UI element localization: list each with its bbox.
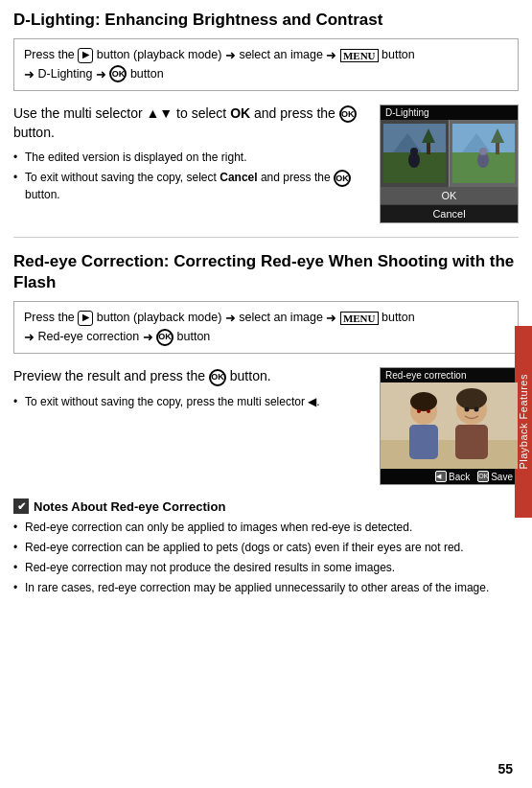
redeye-main-instruction: Preview the result and press the OK butt… [13,367,370,386]
svg-point-13 [479,148,487,155]
ok-btn-icon: OK [109,65,127,82]
redeye-back-btn: ◀ Back [435,471,470,482]
dlighting-title: D-Lighting: Enhancing Brightness and Con… [13,10,519,31]
svg-point-19 [410,392,437,411]
after-image-svg [452,124,515,183]
instr-prefix: Press the [24,48,75,61]
dlighting-bullet-2: To exit without saving the copy, select … [13,170,370,203]
svg-rect-3 [427,141,430,154]
redeye-playback-btn-icon: ▶ [78,311,93,326]
notes-section: ✔ Notes About Red-eye Correction Red-eye… [13,498,519,595]
redeye-ui-header: Red-eye correction [381,368,518,382]
section-divider [13,237,519,238]
dlighting-text-area: Use the multi selector ▲▼ to select OK a… [13,104,370,223]
dlighting-ui-header: D-Lighting [381,105,518,120]
redeye-image-svg [381,382,518,469]
notes-bullet-4: In rare cases, red-eye correction may be… [13,580,519,596]
arrow3: ➜ [24,67,35,81]
playback-btn-icon: ▶ [78,48,93,63]
svg-point-21 [427,409,430,413]
redeye-save-btn: OK Save [477,471,513,482]
svg-point-6 [410,148,418,155]
svg-point-26 [474,407,479,412]
redeye-instr-playback-label: button (playback mode) [97,311,225,324]
svg-rect-15 [381,382,518,440]
side-tab-label: Playback Features [518,374,529,470]
menu-label: MENU [340,49,379,62]
redeye-instr-menu-suffix: button [382,311,415,324]
notes-bullet-3: Red-eye correction may not produce the d… [13,560,519,576]
svg-rect-10 [496,141,499,154]
dlighting-content-row: Use the multi selector ▲▼ to select OK a… [13,104,519,223]
dlighting-cancel-btn: Cancel [381,205,518,222]
redeye-instr-select-image: select an image [239,311,323,324]
redeye-arrow3: ➜ [24,330,35,344]
back-btn-icon: ◀ [435,471,447,482]
instr-select-image: select an image [239,48,323,61]
ok-inline-icon: OK [339,105,357,123]
dlighting-bullets: The edited version is displayed on the r… [13,150,370,203]
page-number: 55 [497,761,513,776]
arrow4: ➜ [96,67,106,81]
redeye-instruction-box: Press the ▶ button (playback mode) ➜ sel… [13,301,519,354]
redeye-arrow1: ➜ [225,311,236,325]
svg-point-25 [465,407,470,412]
svg-rect-16 [381,440,518,469]
redeye-bullet-1: To exit without saving the copy, press t… [13,394,370,410]
svg-rect-18 [409,425,438,459]
page-container: Playback Features D-Lighting: Enhancing … [0,0,532,788]
notes-title: Notes About Red-eye Correction [34,499,225,514]
arrow1: ➜ [225,48,236,62]
dlighting-before-image [381,120,449,187]
dlighting-after-image [449,120,518,187]
dlighting-main-instruction: Use the multi selector ▲▼ to select OK a… [13,104,370,142]
dlighting-ok-btn: OK [381,187,518,205]
dlighting-instruction-box: Press the ▶ button (playback mode) ➜ sel… [13,38,519,91]
notes-bullet-2: Red-eye correction can be applied to pet… [13,540,519,556]
ok-inline-icon2: OK [334,170,351,187]
redeye-content-row: Preview the result and press the OK butt… [13,367,519,485]
dlighting-bullet-1: The edited version is displayed on the r… [13,150,370,166]
redeye-bullets: To exit without saving the copy, press t… [13,394,370,410]
redeye-ui-footer: ◀ Back OK Save [381,469,518,484]
notes-bullets: Red-eye correction can only be applied t… [13,520,519,595]
redeye-text-area: Preview the result and press the OK butt… [13,367,370,485]
before-image-svg [383,124,446,183]
instr-dlighting-text: D-Lighting [37,67,95,81]
redeye-title: Red-eye Correction: Correcting Red-eye W… [13,251,519,293]
redeye-instr-text: Red-eye correction [37,330,142,343]
svg-point-20 [417,409,421,413]
redeye-ok-inline: OK [209,369,226,386]
arrow2: ➜ [326,48,336,62]
notes-header: ✔ Notes About Red-eye Correction [13,498,519,514]
redeye-ok-btn-icon: OK [156,329,173,346]
svg-rect-23 [455,425,488,459]
redeye-section: Red-eye Correction: Correcting Red-eye W… [13,251,519,485]
redeye-image-area [381,382,518,469]
dlighting-ui-images [381,120,518,187]
instr-menu-suffix: button [382,48,415,61]
save-btn-icon: OK [477,471,489,482]
notes-icon: ✔ [13,498,29,514]
svg-point-24 [456,388,487,409]
redeye-arrow2: ➜ [326,311,336,325]
instr-ok-suffix: button [130,67,164,81]
dlighting-section: D-Lighting: Enhancing Brightness and Con… [13,10,519,223]
notes-bullet-1: Red-eye correction can only be applied t… [13,520,519,536]
dlighting-ui-buttons: OK Cancel [381,187,518,222]
redeye-camera-ui: Red-eye correction [380,367,519,485]
dlighting-camera-ui: D-Lighting [380,104,519,223]
instr-playback-label: button (playback mode) [97,48,225,61]
redeye-instr-ok-suffix: button [177,330,211,343]
redeye-instr-prefix: Press the [24,311,78,324]
redeye-menu-label: MENU [340,312,379,325]
redeye-arrow4: ➜ [143,330,153,344]
